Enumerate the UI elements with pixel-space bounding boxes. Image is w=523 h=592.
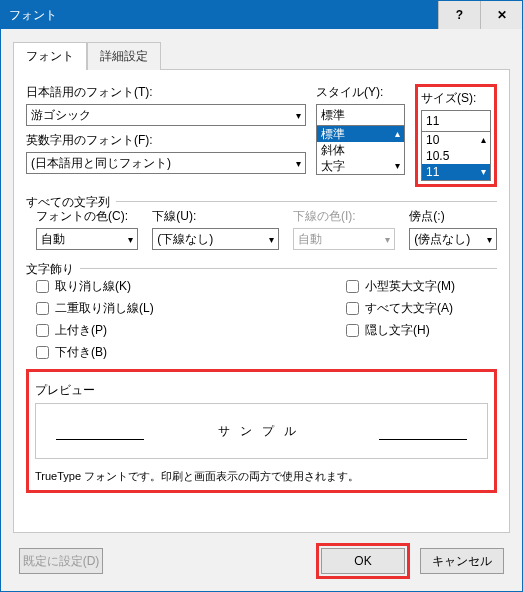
tab-font[interactable]: フォント bbox=[13, 42, 87, 70]
preview-box: サンプル bbox=[35, 403, 488, 459]
cancel-button[interactable]: キャンセル bbox=[420, 548, 504, 574]
chevron-down-icon: ▾ bbox=[382, 234, 390, 245]
tab-content: 日本語用のフォント(T): 游ゴシック▾ 英数字用のフォント(F): (日本語用… bbox=[13, 70, 510, 533]
check-allcaps[interactable]: すべて大文字(A) bbox=[346, 297, 455, 319]
checkbox-icon[interactable] bbox=[346, 324, 359, 337]
font-dialog: フォント ? ✕ フォント 詳細設定 日本語用のフォント(T): 游ゴシック▾ … bbox=[0, 0, 523, 592]
dialog-body: フォント 詳細設定 日本語用のフォント(T): 游ゴシック▾ 英数字用のフォント… bbox=[1, 29, 522, 591]
preview-underline-icon bbox=[379, 439, 467, 440]
en-font-combo[interactable]: (日本語用と同じフォント)▾ bbox=[26, 152, 306, 174]
style-label: スタイル(Y): bbox=[316, 84, 405, 101]
window-title: フォント bbox=[1, 7, 438, 24]
checkbox-icon[interactable] bbox=[346, 302, 359, 315]
chevron-down-icon: ▾ bbox=[484, 234, 492, 245]
size-label: サイズ(S): bbox=[421, 90, 491, 107]
jp-font-combo[interactable]: 游ゴシック▾ bbox=[26, 104, 306, 126]
help-button[interactable]: ? bbox=[438, 1, 480, 29]
size-input[interactable]: 11 bbox=[421, 110, 491, 132]
scroll-up-icon: ▴ bbox=[478, 132, 486, 148]
check-subscript[interactable]: 下付き(B) bbox=[36, 341, 336, 363]
size-listbox[interactable]: 10▴ 10.5 11▾ bbox=[421, 131, 491, 181]
style-option-1: 斜体 bbox=[317, 142, 404, 158]
set-default-button[interactable]: 既定に設定(D) bbox=[19, 548, 103, 574]
preview-note: TrueType フォントです。印刷と画面表示の両方で使用されます。 bbox=[35, 469, 488, 484]
size-option-2: 11▾ bbox=[422, 164, 490, 180]
chevron-down-icon: ▾ bbox=[266, 234, 274, 245]
emphasis-combo[interactable]: (傍点なし)▾ bbox=[409, 228, 497, 250]
jp-font-label: 日本語用のフォント(T): bbox=[26, 84, 306, 101]
preview-underline-icon bbox=[56, 439, 144, 440]
size-option-0: 10▴ bbox=[422, 132, 490, 148]
checkbox-icon[interactable] bbox=[36, 346, 49, 359]
preview-group-title: プレビュー bbox=[35, 383, 95, 397]
preview-sample: サンプル bbox=[218, 423, 306, 440]
font-color-combo[interactable]: 自動▾ bbox=[36, 228, 138, 250]
decoration-group-title: 文字飾り bbox=[26, 261, 80, 278]
en-font-label: 英数字用のフォント(F): bbox=[26, 132, 306, 149]
underline-color-combo: 自動▾ bbox=[293, 228, 395, 250]
style-listbox[interactable]: 標準▴ 斜体 太字▾ bbox=[316, 125, 405, 175]
tab-bar: フォント 詳細設定 bbox=[13, 41, 510, 70]
close-button[interactable]: ✕ bbox=[480, 1, 522, 29]
scroll-down-icon: ▾ bbox=[392, 158, 400, 174]
style-option-2: 太字▾ bbox=[317, 158, 404, 174]
check-hidden[interactable]: 隠し文字(H) bbox=[346, 319, 455, 341]
scroll-up-icon: ▴ bbox=[392, 126, 400, 142]
all-text-group-title: すべての文字列 bbox=[26, 194, 116, 211]
style-input[interactable]: 標準 bbox=[316, 104, 405, 126]
size-option-1: 10.5 bbox=[422, 148, 490, 164]
check-smallcaps[interactable]: 小型英大文字(M) bbox=[346, 275, 455, 297]
chevron-down-icon: ▾ bbox=[125, 234, 133, 245]
check-strike[interactable]: 取り消し線(K) bbox=[36, 275, 336, 297]
titlebar: フォント ? ✕ bbox=[1, 1, 522, 29]
tab-advanced[interactable]: 詳細設定 bbox=[87, 42, 161, 70]
emphasis-label: 傍点(:) bbox=[409, 208, 497, 225]
checkbox-icon[interactable] bbox=[36, 280, 49, 293]
underline-color-label: 下線の色(I): bbox=[293, 208, 395, 225]
checkbox-icon[interactable] bbox=[346, 280, 359, 293]
scroll-down-icon: ▾ bbox=[478, 164, 486, 180]
checkbox-icon[interactable] bbox=[36, 324, 49, 337]
check-dblstrike[interactable]: 二重取り消し線(L) bbox=[36, 297, 336, 319]
underline-label: 下線(U): bbox=[152, 208, 279, 225]
button-row: 既定に設定(D) OK キャンセル bbox=[13, 533, 510, 583]
chevron-down-icon: ▾ bbox=[293, 110, 301, 121]
chevron-down-icon: ▾ bbox=[293, 158, 301, 169]
check-superscript[interactable]: 上付き(P) bbox=[36, 319, 336, 341]
ok-button[interactable]: OK bbox=[321, 548, 405, 574]
style-option-0: 標準▴ bbox=[317, 126, 404, 142]
checkbox-icon[interactable] bbox=[36, 302, 49, 315]
underline-combo[interactable]: (下線なし)▾ bbox=[152, 228, 279, 250]
